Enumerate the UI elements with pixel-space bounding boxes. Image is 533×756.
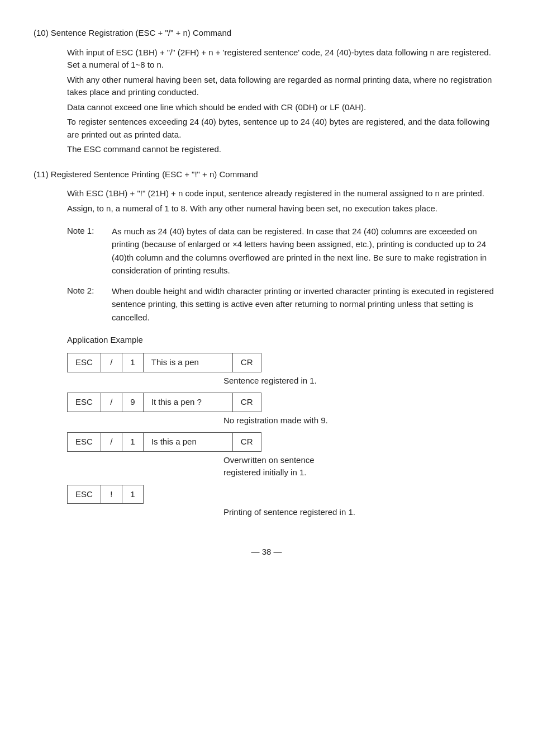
cell-3-0: ESC (68, 433, 101, 452)
cell-2-3: It this a pen ? (143, 393, 232, 412)
section-10-body: With input of ESC (1BH) + "/" (2FH) + n … (67, 46, 499, 156)
cell-3-3: Is this a pen (143, 433, 232, 452)
cmd-table-4: ESC!1 (67, 485, 144, 504)
section-11-paragraph: Assign, to n, a numeral of 1 to 8. With … (67, 202, 499, 215)
cell-2-1: / (101, 393, 122, 412)
note-1: Note 1:As much as 24 (40) bytes of data … (67, 225, 499, 277)
cmd-table-1: ESC/1This is a penCR (67, 353, 261, 372)
note-1-text: As much as 24 (40) bytes of data can be … (112, 225, 499, 277)
row-note-4: Printing of sentence registered in 1. (223, 506, 499, 519)
cell-2-2: 9 (122, 393, 143, 412)
section-10-paragraph: Data cannot exceed one line which should… (67, 101, 499, 114)
section-10-paragraph: To register sentences exceeding 24 (40) … (67, 116, 499, 141)
app-row-3: ESC/1Is this a penCROverwritten on sente… (67, 432, 499, 479)
cell-2-0: ESC (68, 393, 101, 412)
section-10-paragraph: With input of ESC (1BH) + "/" (2FH) + n … (67, 46, 499, 72)
section-10-title: (10) Sentence Registration (ESC + "/" + … (34, 27, 499, 40)
app-row-4: ESC!1Printing of sentence registered in … (67, 485, 499, 519)
note-2: Note 2:When double height and width char… (67, 285, 499, 324)
app-ex-rows: ESC/1This is a penCRSentence registered … (67, 353, 499, 519)
note-2-text: When double height and width character p… (112, 285, 499, 324)
cell-2-5: CR (232, 393, 261, 412)
row-note-2: No registration made with 9. (223, 414, 499, 427)
cell-1-1: / (101, 353, 122, 372)
cell-4-2: 1 (122, 485, 143, 504)
app-row-2: ESC/9It this a pen ?CRNo registration ma… (67, 393, 499, 427)
section-10: (10) Sentence Registration (ESC + "/" + … (34, 27, 499, 156)
section-11-title: (11) Registered Sentence Printing (ESC +… (34, 168, 499, 181)
cell-1-5: CR (232, 353, 261, 372)
note-1-label: Note 1: (67, 225, 112, 277)
cell-1-2: 1 (122, 353, 143, 372)
row-note-1: Sentence registered in 1. (223, 375, 499, 388)
section-10-paragraph: The ESC command cannot be registered. (67, 143, 499, 156)
section-11-notes: Note 1:As much as 24 (40) bytes of data … (67, 225, 499, 324)
cell-4-1: ! (101, 485, 122, 504)
cell-4-0: ESC (68, 485, 101, 504)
row-note-3: Overwritten on sentence registered initi… (223, 454, 499, 479)
section-10-paragraph: With any other numeral having been set, … (67, 74, 499, 99)
section-11: (11) Registered Sentence Printing (ESC +… (34, 168, 499, 324)
section-11-body: With ESC (1BH) + "!" (21H) + n code inpu… (67, 187, 499, 215)
page-footer: — 38 — (34, 546, 499, 559)
cell-3-5: CR (232, 433, 261, 452)
app-ex-title: Application Example (67, 334, 499, 347)
cell-1-3: This is a pen (143, 353, 232, 372)
cmd-table-3: ESC/1Is this a penCR (67, 432, 261, 452)
application-example: Application Example ESC/1This is a penCR… (67, 334, 499, 519)
note-2-label: Note 2: (67, 285, 112, 324)
app-row-1: ESC/1This is a penCRSentence registered … (67, 353, 499, 387)
cell-1-0: ESC (68, 353, 101, 372)
cmd-table-2: ESC/9It this a pen ?CR (67, 393, 261, 412)
section-11-paragraph: With ESC (1BH) + "!" (21H) + n code inpu… (67, 187, 499, 200)
cell-3-2: 1 (122, 433, 143, 452)
cell-3-1: / (101, 433, 122, 452)
page-number: — 38 — (251, 547, 282, 556)
